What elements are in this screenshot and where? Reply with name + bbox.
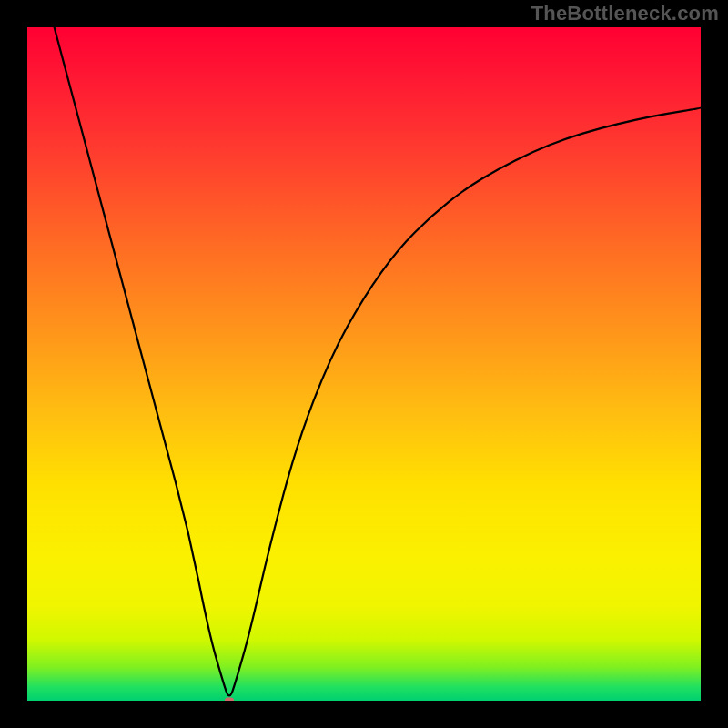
watermark-text: TheBottleneck.com	[531, 2, 719, 25]
optimal-point-marker	[225, 698, 234, 702]
curve-path	[55, 27, 701, 695]
plot-area	[27, 27, 701, 701]
chart-frame: TheBottleneck.com	[0, 0, 728, 728]
bottleneck-curve	[27, 27, 701, 701]
